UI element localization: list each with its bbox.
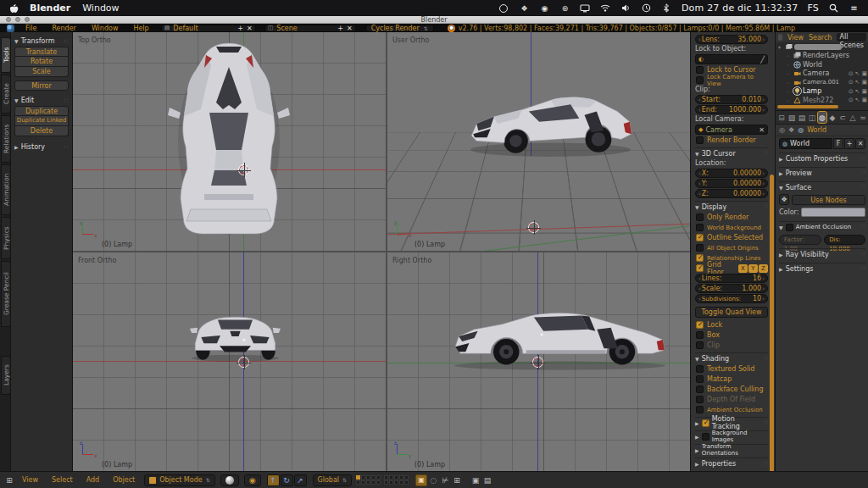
matcap-option[interactable]: Matcap xyxy=(695,374,768,384)
mirror-button[interactable]: Mirror xyxy=(14,80,69,91)
custom-properties-panel-header[interactable]: ▶ Custom Properties ∷ xyxy=(779,152,865,164)
app-status-icon-2[interactable]: ◉ xyxy=(539,3,550,14)
axis-y-toggle[interactable]: Y xyxy=(748,264,758,273)
motion-tracking-panel-header[interactable]: ▶ Motion Tracking ∷ xyxy=(695,417,768,428)
car-model-front-view[interactable] xyxy=(190,308,281,363)
notification-center-icon[interactable]: ≡ xyxy=(849,3,860,14)
file-menu[interactable]: File xyxy=(18,25,44,32)
increment-arrow-icon[interactable]: › xyxy=(761,286,765,292)
increment-arrow-icon[interactable]: › xyxy=(761,296,765,302)
outliner-item-camera001[interactable]: ◦ Camera.001 ⊙ ↖ ▣ xyxy=(776,78,868,87)
3d-cursor[interactable] xyxy=(533,358,542,367)
panel-drag-dots[interactable]: ∷ xyxy=(765,150,768,157)
clear-icon[interactable]: ✕ xyxy=(759,126,765,134)
tab-world[interactable]: ◍ xyxy=(818,112,826,123)
checkbox[interactable] xyxy=(786,224,793,231)
display-icon[interactable] xyxy=(580,3,591,14)
panel-drag-dots[interactable]: ∷ xyxy=(765,203,768,210)
help-menu[interactable]: Help xyxy=(125,25,156,32)
panel-drag-dots[interactable]: ∷ xyxy=(765,419,768,426)
preview-panel-header[interactable]: ▶ Preview ∷ xyxy=(779,167,865,178)
panel-drag-dots[interactable]: ∷ xyxy=(765,355,768,362)
world-background-option[interactable]: World Background xyxy=(695,223,768,232)
editor-type-icon[interactable] xyxy=(7,25,14,32)
lock-to-object-field[interactable]: ◐ ╱ xyxy=(695,54,768,64)
add-layout-button[interactable]: + xyxy=(237,25,243,32)
expand-icon[interactable]: ◦ xyxy=(787,80,792,86)
layers-widget-group-1[interactable] xyxy=(356,475,381,485)
world-name-field[interactable]: ◍ World xyxy=(779,138,832,149)
textured-solid-option[interactable]: Textured Solid xyxy=(695,364,768,374)
world-color-swatch[interactable] xyxy=(801,208,865,217)
panel-drag-dots[interactable]: ∷ xyxy=(64,144,69,151)
render-border-option[interactable]: Render Border xyxy=(695,136,768,145)
wifi-icon[interactable] xyxy=(600,3,611,14)
tab-tools[interactable]: Tools xyxy=(1,37,11,73)
panel-drag-dots[interactable]: ∷ xyxy=(862,184,865,191)
spotlight-icon[interactable] xyxy=(828,3,839,14)
translate-button[interactable]: Translate xyxy=(14,47,69,57)
car-model-side-view[interactable] xyxy=(452,308,668,371)
tab-physics[interactable]: Physics xyxy=(1,217,11,259)
tab-physics[interactable]: ≈ xyxy=(859,112,867,123)
renderability-camera-icon[interactable]: ▣ xyxy=(861,97,867,103)
pivot-point-dropdown[interactable]: ◉ xyxy=(244,474,261,486)
3d-cursor[interactable] xyxy=(239,165,248,175)
ambient-occlusion-panel-header[interactable]: ▼ Ambient Occlusion ∷ xyxy=(779,221,865,232)
ao-factor-slider[interactable]: Factor: 1.00 xyxy=(779,235,821,245)
duplicate-button[interactable]: Duplicate xyxy=(14,106,69,116)
outliner-view-menu[interactable]: View xyxy=(787,34,804,42)
delete-button[interactable]: Delete xyxy=(14,126,69,136)
renderability-camera-icon[interactable]: ▣ xyxy=(861,88,867,95)
delete-scene-button[interactable]: ✕ xyxy=(347,25,353,32)
selectability-cursor-icon[interactable]: ↖ xyxy=(855,79,860,86)
tab-constraints[interactable]: ⊂ xyxy=(838,112,847,123)
tab-relations[interactable]: Relations xyxy=(1,115,11,163)
nodetree-icon-button[interactable]: ❖ xyxy=(779,194,789,205)
delete-layout-button[interactable]: ✕ xyxy=(247,25,253,32)
viewport-shading-dropdown[interactable] xyxy=(220,474,239,486)
time-machine-icon[interactable] xyxy=(641,3,652,14)
backface-culling-option[interactable]: Backface Culling xyxy=(695,385,768,394)
settings-panel-header[interactable]: ▶ Settings ∷ xyxy=(779,263,865,274)
increment-arrow-icon[interactable]: › xyxy=(761,36,765,43)
eyedropper-icon[interactable]: ╱ xyxy=(760,56,765,64)
panel-drag-dots[interactable]: ∷ xyxy=(765,460,768,467)
history-panel-header[interactable]: ▶ History ∷ xyxy=(14,141,69,152)
rotate-manipulator-button[interactable]: ↻ xyxy=(281,474,293,486)
cursor-x-slider[interactable]: ‹ X: 0.00000 › xyxy=(695,169,768,178)
axis-z-toggle[interactable]: Z xyxy=(759,264,768,273)
tab-create[interactable]: Create xyxy=(1,75,11,114)
ambient-occlusion-option[interactable]: Ambient Occlusion xyxy=(695,405,768,414)
opengl-render-still-icon[interactable]: ▣ xyxy=(470,474,481,486)
panel-drag-dots[interactable]: ∷ xyxy=(64,97,69,104)
edit-panel-header[interactable]: ▼ Edit ∷ xyxy=(14,95,69,106)
only-render-option[interactable]: Only Render xyxy=(695,213,768,222)
ao-distance-slider[interactable]: Dis: 10.000 xyxy=(824,235,865,245)
grid-floor-option[interactable]: Grid Floor X Y Z xyxy=(695,263,768,273)
proportional-edit-icon[interactable]: ◌ xyxy=(427,474,439,486)
renderability-camera-icon[interactable]: ▣ xyxy=(861,70,867,77)
render-menu[interactable]: Render xyxy=(44,25,83,32)
transform-panel-header[interactable]: ▼ Transform ∷ xyxy=(14,36,69,47)
window-titlebar[interactable]: Blender xyxy=(0,16,868,24)
outliner-editor-type-icon[interactable] xyxy=(778,34,782,41)
panel-drag-dots[interactable]: ∷ xyxy=(862,265,865,272)
input-source-indicator[interactable]: FS xyxy=(807,3,819,14)
menubar-clock[interactable]: Dom 27 de dic 11:32:37 xyxy=(682,3,798,14)
selectability-cursor-icon[interactable]: ↖ xyxy=(855,88,860,95)
snap-magnet-icon[interactable]: ⊬ xyxy=(439,474,451,486)
clip-end-slider[interactable]: ‹ End: 1000.000 › xyxy=(695,105,768,114)
scale-manipulator-button[interactable]: ↗ xyxy=(294,474,307,486)
panel-drag-dots[interactable]: ∷ xyxy=(862,224,865,230)
quad-clip-option[interactable]: Clip xyxy=(695,341,768,350)
outline-selected-option[interactable]: Outline Selected xyxy=(695,233,768,242)
volume-icon[interactable] xyxy=(620,3,632,14)
lens-slider[interactable]: ‹ Lens: 35.000 › xyxy=(695,35,768,44)
grid-lines-slider[interactable]: ‹ Lines: 16 › xyxy=(695,274,768,283)
tab-render[interactable]: ▨ xyxy=(787,112,796,123)
local-camera-field[interactable]: ◆ Camera ✕ xyxy=(695,125,768,135)
clip-start-slider[interactable]: ‹ Start: 0.010 › xyxy=(695,95,768,104)
panel-drag-dots[interactable]: ∷ xyxy=(862,169,865,176)
use-nodes-button[interactable]: Use Nodes xyxy=(792,195,865,205)
